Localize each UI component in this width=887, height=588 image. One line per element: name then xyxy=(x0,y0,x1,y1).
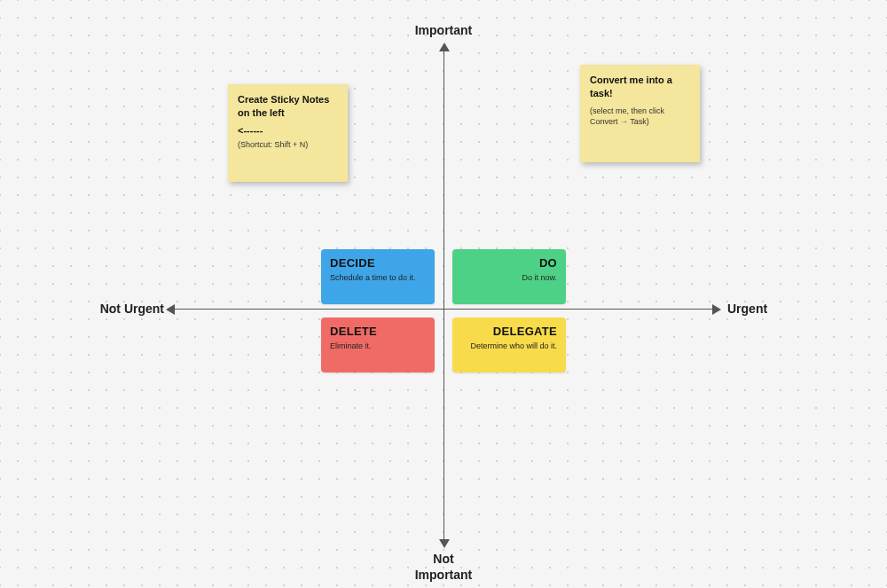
axis-label-not-important: Not Important xyxy=(390,552,497,583)
quadrant-do-title: DO xyxy=(461,256,557,270)
quadrant-delete-desc: Eliminate it. xyxy=(330,341,426,352)
quadrant-delete[interactable]: DELETE Eliminate it. xyxy=(321,318,435,372)
arrow-right-icon xyxy=(712,304,721,315)
quadrant-do-desc: Do it now. xyxy=(461,273,557,284)
arrow-up-icon xyxy=(439,43,450,51)
sticky-create-arrow: <------ xyxy=(238,125,338,136)
quadrant-decide[interactable]: DECIDE Schedule a time to do it. xyxy=(321,249,435,304)
axis-horizontal xyxy=(173,309,714,310)
quadrant-do[interactable]: DO Do it now. xyxy=(452,249,566,304)
axis-label-important: Important xyxy=(399,23,488,37)
axis-vertical xyxy=(444,49,444,542)
sticky-note-create[interactable]: Create Sticky Notes on the left <------ … xyxy=(228,84,348,182)
arrow-left-icon xyxy=(166,304,175,315)
quadrant-decide-title: DECIDE xyxy=(330,256,426,270)
quadrant-delete-title: DELETE xyxy=(330,325,426,338)
quadrant-delegate-desc: Determine who will do it. xyxy=(461,341,557,352)
sticky-create-hint: (Shortcut: Shift + N) xyxy=(238,139,338,150)
arrow-down-icon xyxy=(439,539,450,548)
sticky-create-headline: Create Sticky Notes on the left xyxy=(238,93,338,120)
axis-label-urgent: Urgent xyxy=(727,302,798,316)
sticky-note-convert[interactable]: Convert me into a task! (select me, then… xyxy=(580,65,700,162)
quadrant-delegate[interactable]: DELEGATE Determine who will do it. xyxy=(452,318,566,372)
quadrant-decide-desc: Schedule a time to do it. xyxy=(330,273,426,284)
sticky-convert-headline: Convert me into a task! xyxy=(590,74,690,100)
axis-label-not-urgent: Not Urgent xyxy=(84,302,164,316)
quadrant-delegate-title: DELEGATE xyxy=(461,325,557,338)
sticky-convert-hint: (select me, then click Convert → Task) xyxy=(590,106,690,127)
